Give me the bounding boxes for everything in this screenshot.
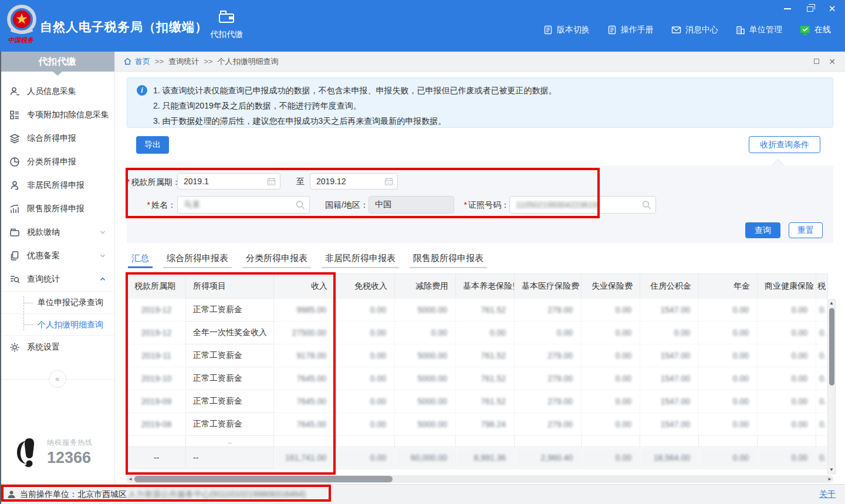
sidebar-item-tax-payment[interactable]: 税款缴纳	[0, 221, 114, 244]
sidebar-item-personnel-info[interactable]: 人员信息采集	[0, 80, 114, 103]
tab-classified-income[interactable]: 分类所得申报表	[242, 252, 311, 269]
table-cell: 161,741.00	[274, 447, 335, 469]
table-cell: 5000.00	[395, 413, 456, 436]
table-row[interactable]: 2019-12全年一次性奖金收入27500.000.000.000.000.00…	[127, 322, 828, 344]
scroll-up-icon[interactable]: ▲	[828, 300, 835, 307]
notice-box: i 1. 该查询统计表仅能查询已申报成功的数据，不包含未申报、申报失败，已申报但…	[127, 77, 833, 128]
tab-comprehensive-income[interactable]: 综合所得申报表	[163, 252, 232, 269]
svg-text:中国税务: 中国税务	[8, 36, 34, 43]
menu-item-version-switch[interactable]: 版本切换	[543, 25, 590, 35]
statusbar: 当前操作单位：北京市西城区人力资源公共服务中心(9111010219980831…	[0, 484, 845, 504]
panel-caret	[772, 159, 784, 171]
scroll-left-icon[interactable]: ◄	[127, 475, 134, 483]
tab-nonresident-income[interactable]: 非居民所得申报表	[322, 252, 399, 269]
tab-restricted-shares[interactable]: 限售股所得申报表	[410, 252, 487, 269]
export-button[interactable]: 导出	[136, 136, 169, 154]
table-row[interactable]: 2019-12正常工资薪金9985.000.005000.00761.52279…	[127, 299, 828, 322]
table-row[interactable]: 2019-08正常工资薪金7645.000.005000.00798.24279…	[127, 413, 828, 436]
table-row[interactable]: 2019-11正常工资薪金9178.000.005000.00761.52279…	[127, 344, 828, 367]
sidebar-item-comprehensive-income[interactable]: 综合所得申报	[0, 127, 114, 150]
menu-item-message-center[interactable]: 消息中心	[671, 25, 718, 35]
column-header: 基本养老保险费	[456, 274, 515, 299]
notice-line: 3. 由于数据处理的滞后性，建议您在申报成功3天之后再来查询最新的申报数据。	[153, 113, 823, 128]
wallet-icon	[218, 9, 235, 24]
table-row[interactable]: 2019-09正常工资薪金7645.000.005000.00761.52279…	[127, 390, 828, 413]
required-mark: *	[464, 200, 467, 209]
scroll-right-icon[interactable]: ►	[826, 475, 833, 483]
about-link[interactable]: 关于	[819, 489, 836, 500]
query-button[interactable]: 查询	[745, 222, 780, 238]
reset-button[interactable]: 重置	[789, 222, 823, 238]
search-icon[interactable]	[295, 200, 305, 210]
tab-withholding-module[interactable]: 代扣代缴	[203, 9, 250, 40]
table-cell: 279.00	[515, 390, 582, 413]
table-cell: 1547.00	[640, 344, 699, 367]
table-cell: 5000.00	[395, 367, 456, 390]
horizontal-scrollbar[interactable]: ◄ ►	[127, 475, 833, 483]
national-emblem-logo: 中国税务	[6, 4, 38, 47]
restore-icon[interactable]	[805, 4, 814, 13]
online-monitor-icon	[800, 25, 810, 35]
table-cell: 0.00	[335, 299, 395, 322]
search-list-icon	[9, 274, 20, 285]
nationality-input[interactable]	[369, 197, 454, 213]
sidebar-subitem-unit-declaration-query[interactable]: 单位申报记录查询	[0, 292, 114, 313]
close-icon[interactable]: ✕	[827, 4, 837, 13]
table-cell: 0.00	[699, 322, 758, 344]
vertical-scrollbar[interactable]: ▲ ▼	[827, 299, 836, 474]
sidebar-subitem-personal-withholding-query[interactable]: 个人扣缴明细查询	[0, 313, 114, 335]
current-unit-label: 当前操作单位：	[20, 489, 77, 500]
calendar-icon[interactable]	[267, 177, 276, 186]
horizontal-scroll-thumb[interactable]	[134, 476, 393, 482]
table-row[interactable]: 2019-10正常工资薪金7645.000.005000.00761.52279…	[127, 367, 828, 390]
table-summary-row[interactable]: ----161,741.000.0060,000.008,991.362,960…	[127, 447, 828, 469]
table-cell: 0.00	[335, 447, 395, 469]
required-mark: *	[147, 200, 150, 209]
tab-summary[interactable]: 汇总	[128, 252, 153, 269]
table-cell: 7645.00	[274, 413, 335, 436]
sidebar-collapse-icon[interactable]: «	[49, 370, 66, 388]
column-header-cut: 税	[816, 274, 828, 299]
table-cell: 0.00	[335, 367, 395, 390]
sidebar-item-classified-income[interactable]: 分类所得申报	[0, 150, 114, 174]
sidebar-item-label: 非居民所得申报	[27, 180, 84, 191]
sidebar-item-query-statistics[interactable]: 查询统计	[0, 268, 114, 291]
sidebar-item-restricted-shares[interactable]: 限售股所得申报	[0, 197, 114, 221]
table-cell: 27500.00	[274, 322, 335, 344]
sidebar-item-special-deduction[interactable]: 专项附加扣除信息采集	[0, 103, 114, 127]
table-cell: 正常工资薪金	[186, 299, 274, 322]
main-area: 首页 >> 查询统计 >> 个人扣缴明细查询 ✕ i 1. 该查询统计表仅能查询…	[115, 52, 845, 484]
sidebar-item-label: 综合所得申报	[27, 133, 76, 144]
table-cell: 761.52	[456, 299, 515, 322]
menu-label: 操作手册	[621, 25, 654, 35]
page-maximize-icon[interactable]	[814, 59, 819, 64]
name-input[interactable]	[178, 197, 309, 213]
table-cell: 0.00	[758, 344, 816, 367]
page-close-icon[interactable]: ✕	[829, 57, 836, 66]
minimize-icon[interactable]	[783, 4, 792, 13]
sidebar-item-system-settings[interactable]: 系统设置	[0, 336, 114, 359]
scroll-down-icon[interactable]: ▼	[828, 466, 835, 473]
name-label: *姓名：	[127, 196, 176, 214]
period-from-input[interactable]	[178, 174, 280, 189]
breadcrumb-home[interactable]: 首页	[123, 56, 150, 67]
calendar-icon[interactable]	[384, 177, 393, 186]
menu-label: 版本切换	[557, 25, 590, 35]
sidebar-item-nonresident-income[interactable]: 非居民所得申报	[0, 174, 114, 197]
breadcrumb-item-current: 个人扣缴明细查询	[217, 56, 278, 67]
sidebar-header: 代扣代缴	[0, 52, 114, 72]
menu-item-unit-management[interactable]: 单位管理	[736, 25, 782, 35]
menu-item-manual[interactable]: 操作手册	[607, 25, 654, 35]
current-unit-blurred: 人力资源公共服务中心(91110102199808318464)	[128, 489, 306, 500]
table-cell: 0.00	[758, 390, 816, 413]
column-header: 减除费用	[395, 274, 456, 299]
id-number-input[interactable]	[510, 197, 655, 213]
sidebar-item-preferential-filing[interactable]: 优惠备案	[0, 244, 114, 268]
sidebar-item-label: 专项附加扣除信息采集	[27, 110, 109, 120]
id-number-field	[509, 196, 656, 214]
id-number-label: *证照号码：	[453, 196, 509, 214]
search-icon[interactable]	[641, 200, 651, 210]
column-header: 住房公积金	[640, 274, 699, 299]
collapse-query-button[interactable]: 收折查询条件	[749, 136, 820, 153]
vertical-scroll-thumb[interactable]	[829, 308, 834, 385]
